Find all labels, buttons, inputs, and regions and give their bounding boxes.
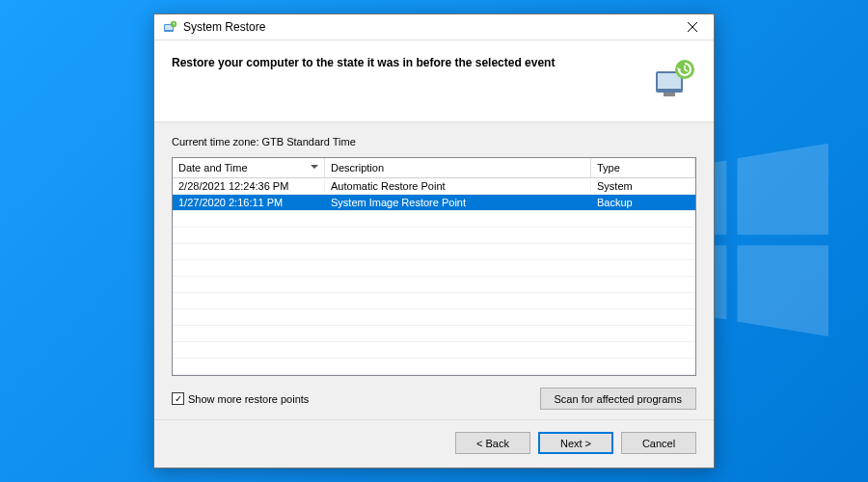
next-button[interactable]: Next > (538, 432, 613, 454)
svg-rect-9 (664, 93, 675, 96)
column-header-description[interactable]: Description (325, 158, 591, 177)
close-icon (688, 22, 697, 32)
checkbox-icon: ✓ (172, 392, 184, 405)
wizard-heading: Restore your computer to the state it wa… (172, 56, 640, 69)
column-header-type[interactable]: Type (591, 158, 695, 177)
empty-row (173, 359, 695, 375)
cell-type: System (591, 180, 695, 192)
svg-marker-3 (737, 245, 828, 336)
empty-row (173, 342, 695, 359)
window-title: System Restore (183, 20, 673, 34)
empty-row (173, 228, 695, 244)
cell-date: 1/27/2020 2:16:11 PM (173, 197, 325, 208)
restore-points-grid: Date and Time Description Type 2/28/2021… (172, 157, 696, 376)
empty-row (173, 211, 695, 228)
titlebar: System Restore (154, 14, 714, 40)
empty-row (173, 326, 695, 342)
column-header-date[interactable]: Date and Time (173, 158, 325, 177)
cell-description: System Image Restore Point (325, 197, 591, 208)
table-row[interactable]: 2/28/2021 12:24:36 PMAutomatic Restore P… (173, 178, 695, 195)
table-row[interactable]: 1/27/2020 2:16:11 PMSystem Image Restore… (173, 195, 695, 211)
cell-description: Automatic Restore Point (325, 180, 591, 192)
restore-header-icon (650, 56, 696, 102)
svg-marker-1 (737, 144, 828, 235)
cell-date: 2/28/2021 12:24:36 PM (173, 180, 325, 192)
wizard-footer: < Back Next > Cancel (154, 419, 714, 468)
system-restore-icon (162, 19, 177, 35)
scan-affected-button[interactable]: Scan for affected programs (540, 388, 696, 410)
grid-header: Date and Time Description Type (173, 158, 695, 178)
grid-footer-row: ✓ Show more restore points Scan for affe… (172, 388, 696, 410)
column-header-date-label: Date and Time (178, 162, 248, 174)
back-button[interactable]: < Back (455, 432, 530, 454)
close-button[interactable] (673, 14, 712, 40)
cell-type: Backup (591, 197, 695, 208)
wizard-header: Restore your computer to the state it wa… (154, 40, 714, 122)
empty-row (173, 293, 695, 309)
grid-body: 2/28/2021 12:24:36 PMAutomatic Restore P… (173, 178, 695, 375)
empty-row (173, 309, 695, 326)
wizard-content: Current time zone: GTB Standard Time Dat… (154, 122, 714, 419)
empty-row (173, 244, 695, 260)
timezone-label: Current time zone: GTB Standard Time (172, 136, 696, 147)
empty-row (173, 277, 695, 293)
show-more-label: Show more restore points (188, 393, 309, 405)
empty-row (173, 260, 695, 277)
show-more-checkbox[interactable]: ✓ Show more restore points (172, 392, 309, 405)
cancel-button[interactable]: Cancel (621, 432, 696, 454)
sort-descending-icon (311, 165, 318, 169)
system-restore-window: System Restore Restore your computer to … (153, 13, 715, 469)
